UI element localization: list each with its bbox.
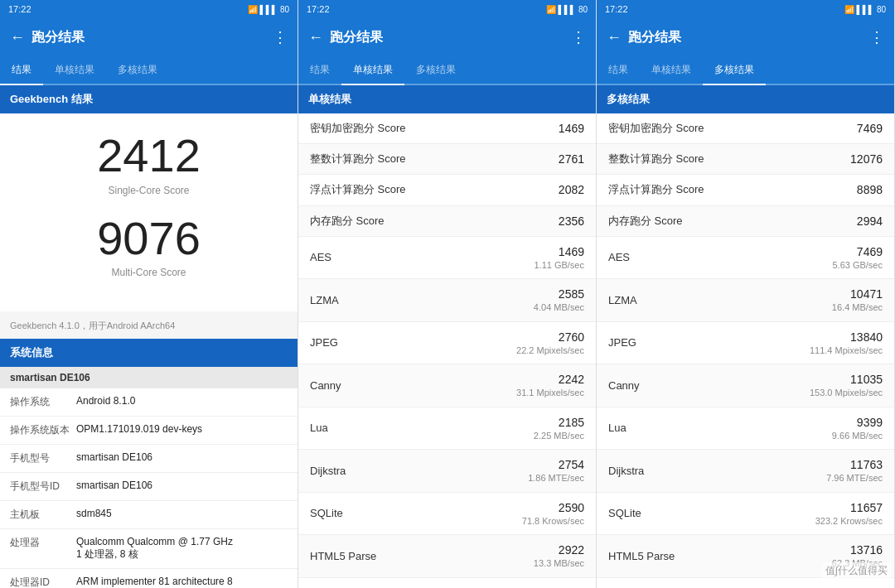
tab-single-2[interactable]: 单核结果 bbox=[341, 56, 404, 85]
bench-unit: 13.3 MB/sec bbox=[534, 557, 584, 569]
menu-button-1[interactable]: ⋮ bbox=[273, 28, 288, 46]
panel-2: 17:22 📶 ▌▌▌ 80 ← 跑分结果 ⋮ 结果 单核结果 多核结果 单核结… bbox=[298, 0, 597, 588]
info-row-os: 操作系统 Android 8.1.0 bbox=[0, 388, 298, 417]
bench-score: 7469 bbox=[832, 244, 883, 259]
bench-score: 2590 bbox=[522, 500, 584, 515]
bench-score: 2994 bbox=[857, 214, 883, 229]
bench-row-value: 224231.1 Mpixels/sec bbox=[516, 372, 584, 398]
content-1: Geekbench 结果 2412 Single-Core Score 9076… bbox=[0, 85, 298, 588]
battery-icon-3: 80 bbox=[877, 5, 886, 14]
info-val-cpu: Qualcomm Qualcomm @ 1.77 GHz1 处理器, 8 核 bbox=[76, 536, 288, 561]
tab-multi-2[interactable]: 多核结果 bbox=[404, 56, 467, 85]
bench-unit: 7.96 MTE/sec bbox=[826, 472, 883, 484]
info-key-cpuid: 处理器ID bbox=[10, 576, 76, 588]
bench-row-value: 13840111.4 Mpixels/sec bbox=[810, 330, 883, 356]
bench-row-name: HTML5 Parse bbox=[310, 550, 376, 562]
toolbar-left-3: ← 跑分结果 bbox=[607, 29, 681, 46]
bench-row: SQLite259071.8 Krows/sec bbox=[298, 493, 596, 535]
bench-row-name: SQLite bbox=[608, 507, 641, 519]
tab-single-3[interactable]: 单核结果 bbox=[640, 56, 703, 85]
bench-row-name: JPEG bbox=[608, 336, 636, 349]
tabs-1: 结果 单核结果 多核结果 bbox=[0, 56, 298, 85]
wifi-icon-3: 📶 bbox=[844, 5, 854, 14]
bench-unit: 5.63 GB/sec bbox=[832, 259, 883, 271]
tab-results-2[interactable]: 结果 bbox=[298, 56, 341, 85]
status-bar-2: 17:22 📶 ▌▌▌ 80 bbox=[298, 0, 596, 18]
status-bar-1: 17:22 📶 ▌▌▌ 80 bbox=[0, 0, 298, 18]
device-name: smartisan DE106 bbox=[0, 367, 298, 388]
bench-row: Dijkstra117637.96 MTE/sec bbox=[597, 450, 894, 492]
signal-icon: ▌▌▌ bbox=[260, 5, 278, 14]
bench-unit: 2.25 MB/sec bbox=[534, 430, 584, 441]
tab-results-3[interactable]: 结果 bbox=[597, 56, 640, 85]
multi-score: 9076 bbox=[17, 213, 281, 264]
bench-row: 整数计算跑分 Score2761 bbox=[298, 144, 596, 175]
bench-row-name: 内存跑分 Score bbox=[310, 214, 385, 229]
section-header-3: 多核结果 bbox=[597, 85, 894, 113]
bench-score: 2585 bbox=[534, 287, 584, 301]
sys-header: 系统信息 bbox=[0, 339, 298, 367]
bench-row-value: 1469 bbox=[559, 121, 584, 136]
status-time-1: 17:22 bbox=[8, 4, 31, 14]
info-val-osver: OPM1.171019.019 dev-keys bbox=[76, 423, 288, 437]
bench-row-name: 密钥加密跑分 Score bbox=[310, 121, 406, 136]
bench-row-name: Canny bbox=[310, 379, 341, 392]
bench-row-value: 82447.47 MElements/sec bbox=[800, 586, 883, 588]
bench-row: 密钥加密跑分 Score7469 bbox=[597, 113, 894, 144]
bench-row-value: 27541.86 MTE/sec bbox=[528, 457, 584, 484]
single-score-label: Single-Core Score bbox=[17, 185, 281, 196]
toolbar-left-2: ← 跑分结果 bbox=[308, 29, 383, 46]
bench-score: 8244 bbox=[800, 586, 883, 588]
bench-score: 2356 bbox=[559, 214, 584, 229]
bench-unit: 16.4 MB/sec bbox=[832, 301, 883, 313]
info-row-osver: 操作系统版本 OPM1.171019.019 dev-keys bbox=[0, 417, 298, 445]
tab-multi-3[interactable]: 多核结果 bbox=[703, 56, 766, 85]
info-val-cpuid: ARM implementer 81 architecture 8 bbox=[76, 576, 288, 588]
bench-unit: 153.0 Mpixels/sec bbox=[810, 387, 883, 398]
bench-row: Canny11035153.0 Mpixels/sec bbox=[597, 364, 894, 407]
bench-row-name: Canny bbox=[608, 379, 640, 392]
bench-row-value: 93999.66 MB/sec bbox=[832, 415, 883, 441]
status-icons-2: 📶 ▌▌▌ 80 bbox=[546, 5, 588, 14]
toolbar-left-1: ← 跑分结果 bbox=[10, 29, 85, 46]
bench-row-value: 8898 bbox=[857, 182, 883, 197]
tab-results-1[interactable]: 结果 bbox=[0, 56, 43, 85]
info-val-os: Android 8.1.0 bbox=[76, 395, 288, 409]
bench-row-name: 内存跑分 Score bbox=[608, 214, 683, 229]
panel-1: 17:22 📶 ▌▌▌ 80 ← 跑分结果 ⋮ 结果 单核结果 多核结果 Gee… bbox=[0, 0, 298, 588]
bench-unit: 1.86 MTE/sec bbox=[528, 472, 584, 484]
menu-button-3[interactable]: ⋮ bbox=[869, 28, 884, 46]
bench-score: 2242 bbox=[516, 372, 584, 387]
info-val-board: sdm845 bbox=[76, 508, 288, 522]
tab-multi-1[interactable]: 多核结果 bbox=[106, 56, 169, 85]
info-key-cpu: 处理器 bbox=[10, 536, 76, 561]
bench-row-name: Lua bbox=[310, 422, 328, 434]
back-button-2[interactable]: ← bbox=[308, 29, 323, 46]
bench-score: 1469 bbox=[559, 121, 584, 136]
bench-score: 7469 bbox=[857, 121, 883, 136]
back-button-1[interactable]: ← bbox=[10, 29, 25, 46]
bench-unit: 9.66 MB/sec bbox=[832, 430, 883, 441]
bench-row: Lua93999.66 MB/sec bbox=[597, 407, 894, 450]
bench-table-2: 密钥加密跑分 Score1469整数计算跑分 Score2761浮点计算跑分 S… bbox=[298, 113, 596, 588]
bench-row-name: 浮点计算跑分 Score bbox=[310, 182, 406, 197]
version-info: Geekbench 4.1.0，用于Android AArch64 bbox=[0, 313, 298, 339]
wifi-icon: 📶 bbox=[248, 5, 258, 14]
tab-single-1[interactable]: 单核结果 bbox=[43, 56, 106, 85]
bench-row: 浮点计算跑分 Score8898 bbox=[597, 175, 894, 205]
info-row-cpu: 处理器 Qualcomm Qualcomm @ 1.77 GHz1 处理器, 8… bbox=[0, 529, 298, 569]
bench-row-name: Lua bbox=[608, 422, 626, 434]
bench-row-name: AES bbox=[310, 251, 331, 263]
status-time-3: 17:22 bbox=[605, 4, 628, 14]
multi-score-label: Multi-Core Score bbox=[17, 267, 281, 278]
bench-row-name: 密钥加密跑分 Score bbox=[608, 121, 704, 136]
bench-row-name: Dijkstra bbox=[608, 465, 644, 477]
bench-score: 2761 bbox=[559, 152, 584, 166]
bench-row-value: 1047116.4 MB/sec bbox=[832, 287, 883, 313]
bench-row-value: 2082 bbox=[559, 182, 584, 197]
back-button-3[interactable]: ← bbox=[607, 29, 622, 46]
battery-icon-2: 80 bbox=[578, 5, 588, 14]
menu-button-2[interactable]: ⋮ bbox=[571, 28, 586, 46]
bench-score: 1469 bbox=[534, 244, 584, 259]
bench-score: 2922 bbox=[534, 542, 584, 557]
